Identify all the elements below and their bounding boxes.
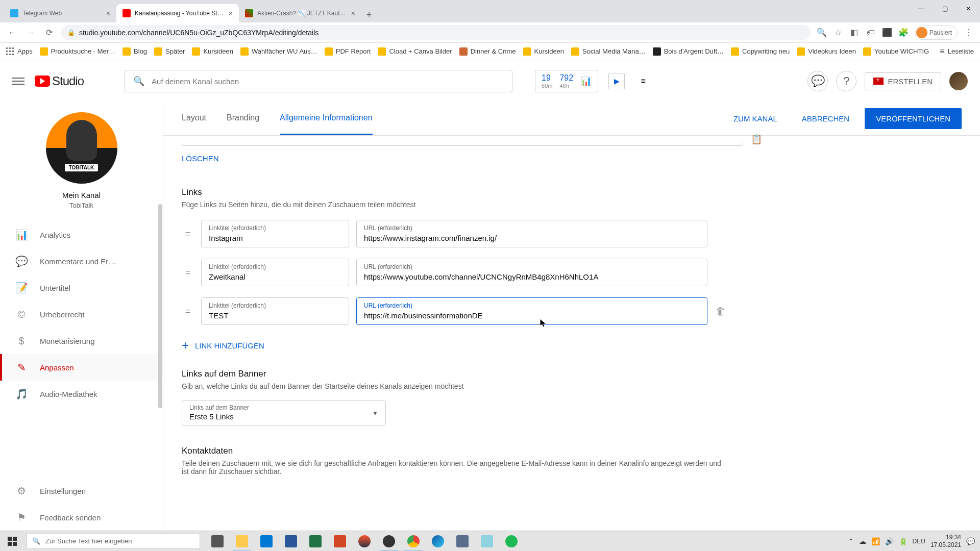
- link-url-field[interactable]: URL (erforderlich): [356, 297, 707, 325]
- link-url-field[interactable]: URL (erforderlich): [356, 220, 707, 247]
- sidebar-item-subtitles[interactable]: 📝Untertitel: [0, 274, 163, 301]
- reload-button[interactable]: ⟳: [43, 27, 55, 39]
- chat-icon[interactable]: 💬: [807, 71, 828, 91]
- task-view-button[interactable]: [205, 531, 230, 552]
- notification-icon[interactable]: 💬: [966, 537, 975, 545]
- start-button[interactable]: [0, 531, 24, 552]
- close-icon[interactable]: ×: [229, 9, 233, 17]
- sidebar-item-audio[interactable]: 🎵Audio-Mediathek: [0, 381, 163, 407]
- menu-button[interactable]: ≡: [635, 73, 651, 89]
- scrollbar[interactable]: [158, 204, 162, 408]
- link-url-field[interactable]: URL (erforderlich): [356, 259, 707, 286]
- link-title-input[interactable]: [209, 270, 341, 281]
- tab-branding[interactable]: Branding: [227, 102, 259, 135]
- maximize-button[interactable]: ▢: [933, 0, 957, 17]
- link-title-field[interactable]: Linktitel (erforderlich): [201, 259, 349, 286]
- bookmark[interactable]: Wahlfächer WU Aus…: [240, 47, 317, 56]
- browser-tab[interactable]: Telegram Web ×: [4, 4, 116, 22]
- bookmark[interactable]: Social Media Mana…: [571, 47, 646, 56]
- bookmark[interactable]: PDF Report: [325, 47, 371, 56]
- taskbar-app-edge[interactable]: [426, 531, 450, 552]
- taskbar-app-obs[interactable]: [377, 531, 401, 552]
- extension-icon[interactable]: ⬛: [882, 28, 892, 38]
- drag-handle-icon[interactable]: =: [182, 306, 194, 317]
- bookmark[interactable]: Bois d'Argent Duft…: [653, 47, 724, 56]
- tray-wifi-icon[interactable]: 📶: [871, 537, 880, 545]
- tray-chevron-icon[interactable]: ⌃: [848, 537, 854, 545]
- bookmark[interactable]: Produktsuche - Mer…: [40, 47, 115, 56]
- bookmark[interactable]: Blog: [122, 47, 147, 56]
- trash-icon[interactable]: 📋: [751, 134, 762, 145]
- taskbar-app-mail[interactable]: [254, 531, 279, 552]
- bookmark[interactable]: Youtube WICHTIG: [863, 47, 929, 56]
- bookmark[interactable]: Dinner & Crime: [459, 47, 516, 56]
- stats-box[interactable]: 19 60m 792 48h 📊: [535, 70, 598, 92]
- clock[interactable]: 19:34 17.05.2021: [930, 534, 961, 548]
- help-icon[interactable]: ?: [836, 71, 856, 91]
- taskbar-app-brave[interactable]: [352, 531, 377, 552]
- extension-icon[interactable]: ◧: [849, 28, 860, 38]
- taskbar-app-notepad[interactable]: [475, 531, 499, 552]
- close-icon[interactable]: ×: [351, 9, 355, 17]
- create-button[interactable]: ERSTELLEN: [865, 72, 941, 90]
- taskbar-app-excel[interactable]: [303, 531, 328, 552]
- sidebar-item-monetization[interactable]: $Monetarisierung: [0, 328, 163, 354]
- tray-battery-icon[interactable]: 🔋: [899, 537, 908, 545]
- link-title-input[interactable]: [209, 232, 341, 242]
- star-icon[interactable]: ☆: [833, 28, 843, 38]
- sidebar-item-customize[interactable]: ✎Anpassen: [0, 354, 163, 381]
- link-url-input[interactable]: [364, 232, 700, 242]
- taskbar-app[interactable]: [450, 531, 475, 552]
- taskbar-app-word[interactable]: [279, 531, 303, 552]
- bookmark[interactable]: Videokurs Ideen: [797, 47, 856, 56]
- bookmark[interactable]: Kursideen: [192, 47, 233, 56]
- channel-avatar[interactable]: TOBITALK: [46, 112, 117, 184]
- bookmark[interactable]: Cload + Canva Bilder: [378, 47, 452, 56]
- search-input[interactable]: [152, 77, 504, 86]
- link-title-field[interactable]: Linktitel (erforderlich): [201, 220, 349, 247]
- address-bar[interactable]: 🔒 studio.youtube.com/channel/UC6N5u-OiGz…: [61, 25, 811, 40]
- menu-icon[interactable]: ⋮: [964, 28, 974, 38]
- channel-search[interactable]: 🔍: [125, 70, 512, 92]
- view-button[interactable]: ▶: [608, 73, 625, 89]
- taskbar-app-powerpoint[interactable]: [328, 531, 352, 552]
- forward-button[interactable]: →: [24, 27, 37, 39]
- zoom-icon[interactable]: 🔍: [817, 28, 827, 38]
- publish-button[interactable]: VERÖFFENTLICHEN: [865, 108, 962, 129]
- tray-volume-icon[interactable]: 🔊: [885, 537, 894, 545]
- tab-general-info[interactable]: Allgemeine Informationen: [280, 102, 372, 135]
- profile-chip[interactable]: Pausiert: [915, 26, 958, 40]
- bookmark[interactable]: Kursideen: [523, 47, 565, 56]
- banner-links-select[interactable]: Links auf dem Banner Erste 5 Links ▼: [182, 400, 386, 425]
- delete-button[interactable]: LÖSCHEN: [182, 146, 757, 171]
- back-button[interactable]: ←: [6, 27, 18, 39]
- link-title-input[interactable]: [209, 309, 341, 320]
- extensions-icon[interactable]: 🧩: [898, 28, 909, 38]
- to-channel-button[interactable]: ZUM KANAL: [724, 108, 787, 129]
- tray-cloud-icon[interactable]: ☁: [859, 537, 866, 545]
- sidebar-item-analytics[interactable]: 📊Analytics: [0, 221, 163, 248]
- drag-handle-icon[interactable]: =: [182, 229, 194, 239]
- taskbar-app-chrome[interactable]: [401, 531, 426, 552]
- language-indicator[interactable]: DEU: [913, 538, 925, 545]
- link-title-field[interactable]: Linktitel (erforderlich): [201, 297, 349, 325]
- taskbar-app-explorer[interactable]: [230, 531, 254, 552]
- sidebar-item-comments[interactable]: 💬Kommentare und Er…: [0, 248, 163, 274]
- minimize-button[interactable]: —: [910, 0, 933, 17]
- close-icon[interactable]: ×: [106, 9, 110, 17]
- link-url-input[interactable]: [364, 309, 700, 320]
- studio-logo[interactable]: Studio: [35, 74, 84, 88]
- sidebar-item-settings[interactable]: ⚙Einstellungen: [0, 478, 163, 504]
- cancel-button[interactable]: ABBRECHEN: [793, 108, 859, 129]
- browser-tab[interactable]: Aktien-Crash? 📉 JETZT Kaufen o… ×: [239, 4, 361, 22]
- taskbar-search[interactable]: 🔍 Zur Suche Text hier eingeben: [27, 534, 200, 549]
- reading-list-button[interactable]: ≡Leseliste: [940, 47, 974, 56]
- new-tab-button[interactable]: +: [361, 7, 377, 22]
- bookmark[interactable]: Später: [154, 47, 185, 56]
- close-window-button[interactable]: ✕: [957, 0, 980, 17]
- sidebar-item-copyright[interactable]: ©Urheberrecht: [0, 301, 163, 328]
- link-url-input[interactable]: [364, 270, 700, 281]
- sidebar-item-feedback[interactable]: ⚑Feedback senden: [0, 504, 163, 531]
- add-link-button[interactable]: + LINK HINZUFÜGEN: [182, 338, 757, 353]
- taskbar-app-spotify[interactable]: [499, 531, 524, 552]
